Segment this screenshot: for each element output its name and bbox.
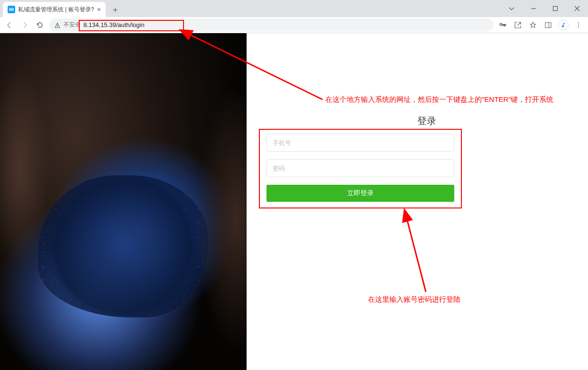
nav-forward-icon[interactable] — [19, 19, 30, 31]
not-secure-label: 不安全 — [64, 21, 81, 29]
new-tab-button[interactable]: ＋ — [109, 3, 122, 16]
password-key-icon[interactable] — [497, 19, 508, 31]
password-input[interactable] — [266, 159, 454, 177]
url-text: 8.134.15.39/auth/login — [83, 21, 488, 28]
svg-point-5 — [578, 24, 579, 25]
login-title: 登录 — [351, 115, 503, 127]
nav-back-icon[interactable] — [4, 19, 15, 31]
browser-tab[interactable]: IM 私域流量管理系统 | 账号登录? × — [3, 2, 106, 17]
login-submit-button[interactable]: 立即登录 — [266, 185, 454, 202]
extension-music-icon[interactable] — [558, 19, 569, 31]
tab-strip: IM 私域流量管理系统 | 账号登录? × ＋ — [0, 0, 122, 17]
svg-point-4 — [578, 22, 579, 23]
login-panel: 登录 立即登录 — [247, 33, 588, 370]
tab-title: 私域流量管理系统 | 账号登录? — [18, 6, 94, 14]
phone-input[interactable] — [266, 134, 454, 152]
not-secure-icon — [54, 22, 61, 28]
hero-image — [0, 33, 247, 370]
share-icon[interactable] — [512, 19, 524, 31]
titlebar: IM 私域流量管理系统 | 账号登录? × ＋ — [0, 0, 588, 17]
window-maximize-icon[interactable] — [544, 1, 566, 16]
tab-close-icon[interactable]: × — [97, 6, 101, 13]
window-dropdown-icon[interactable] — [501, 1, 523, 16]
window-controls — [501, 0, 588, 17]
tab-favicon: IM — [8, 6, 15, 13]
window-minimize-icon[interactable] — [523, 1, 544, 16]
login-form: 立即登录 — [266, 134, 454, 202]
svg-rect-1 — [553, 7, 558, 11]
side-panel-icon[interactable] — [542, 19, 554, 31]
nav-reload-icon[interactable] — [34, 19, 46, 31]
bookmark-star-icon[interactable] — [527, 19, 539, 31]
svg-rect-2 — [545, 22, 551, 27]
address-bar[interactable]: 不安全 8.134.15.39/auth/login — [49, 18, 493, 32]
window-close-icon[interactable] — [566, 1, 588, 16]
login-box: 登录 — [351, 115, 503, 136]
kebab-menu-icon[interactable] — [573, 19, 584, 31]
browser-chrome: IM 私域流量管理系统 | 账号登录? × ＋ — [0, 0, 588, 33]
svg-point-6 — [578, 27, 579, 27]
page-viewport: 登录 立即登录 在这个地方输入系统的网址，然后按一下键盘上的"ENTER"键，打… — [0, 33, 588, 370]
browser-toolbar: 不安全 8.134.15.39/auth/login — [0, 17, 588, 33]
